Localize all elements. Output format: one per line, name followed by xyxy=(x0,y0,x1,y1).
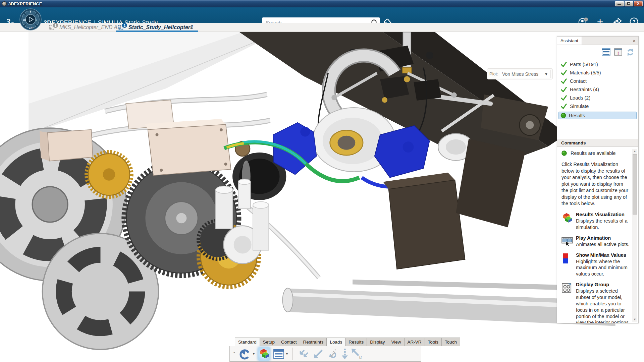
restore-button[interactable] xyxy=(625,1,633,6)
display-group-icon xyxy=(561,282,572,293)
toolbar-tab-results[interactable]: Results xyxy=(345,338,367,346)
active-tab-underline xyxy=(116,31,198,32)
toolbar-tab-contact[interactable]: Contact xyxy=(278,338,300,346)
plot-list-icon[interactable] xyxy=(273,349,284,359)
scrollbar-thumb[interactable] xyxy=(633,154,637,215)
toolbar-tab-restraints[interactable]: Restraints xyxy=(300,338,327,346)
gravity-tool-icon[interactable] xyxy=(341,348,349,360)
toolbar-tab-display[interactable]: Display xyxy=(367,338,388,346)
assistant-panel: Assistant × ! Parts (5/191) M xyxy=(557,36,639,323)
svg-text:!: ! xyxy=(618,51,619,56)
results-status: Results are available xyxy=(561,150,630,156)
check-icon xyxy=(560,61,567,67)
commands-scrollbar[interactable]: ▲ ▼ xyxy=(632,149,637,322)
toolbar-tab-standard[interactable]: Standard xyxy=(235,338,260,346)
3d-model-scene[interactable] xyxy=(0,32,644,362)
tab-mks-helicopter[interactable]: 1 MKS_Helicopter_END A.1 xyxy=(49,23,122,32)
step-parts[interactable]: Parts (5/191) xyxy=(560,60,638,68)
compass-3d-label: 3D xyxy=(23,18,26,21)
step-results-selected[interactable]: Results xyxy=(558,112,637,119)
toolbar-tab-arvr[interactable]: AR-VR xyxy=(405,338,425,346)
scroll-up-icon[interactable]: ▲ xyxy=(632,149,637,153)
close-window-button[interactable]: X xyxy=(634,1,643,6)
toolbar-tab-setup[interactable]: Setup xyxy=(260,338,278,346)
assistant-toolbar: ! xyxy=(557,45,638,57)
scroll-down-icon[interactable]: ▼ xyxy=(632,318,637,321)
tab-label: Static_Study_Helicopter1 xyxy=(128,24,193,31)
document-tab-bar: 1 MKS_Helicopter_END A.1 1 Static_Study_… xyxy=(0,23,644,32)
action-bar-tools: ⌄ ▾ ▾ xyxy=(229,346,421,362)
command-show-minmax[interactable]: Show Min/Max Values Highlights where the… xyxy=(561,252,630,278)
check-icon xyxy=(560,78,567,84)
command-results-visualization[interactable]: Results Visualization Displays the resul… xyxy=(561,212,630,231)
action-bar-tabs: Standard Setup Contact Restraints Loads … xyxy=(235,338,460,346)
toolbar-tab-tools[interactable]: Tools xyxy=(425,338,442,346)
command-play-animation[interactable]: Play Animation Animates all active plots… xyxy=(561,235,630,248)
undo-icon[interactable] xyxy=(239,348,251,360)
assistant-close-icon[interactable]: × xyxy=(630,38,638,44)
step-restraints[interactable]: Restraints (4) xyxy=(560,85,638,94)
minimize-button[interactable] xyxy=(615,1,624,6)
diagnostics-warning-icon[interactable]: ! xyxy=(614,48,623,56)
step-contact[interactable]: Contact xyxy=(560,77,638,85)
compass-vr-label: V.R xyxy=(29,27,32,29)
step-loads[interactable]: Loads (2) xyxy=(560,94,638,102)
applied-load-tool-icon[interactable] xyxy=(326,348,339,360)
plot-selector-bar: Plot: Von Mises Stress ▼ xyxy=(487,68,553,79)
translational-arrows-tool-icon[interactable] xyxy=(297,348,310,360)
step-simulate[interactable]: Simulate xyxy=(560,102,638,110)
plot-dropdown-caret-icon: ▼ xyxy=(544,72,548,76)
commands-description: Click Results Visualization below to dis… xyxy=(561,161,630,207)
results-visualization-tool-active[interactable] xyxy=(258,347,270,361)
play-animation-icon xyxy=(561,236,573,246)
tab-label: MKS_Helicopter_END A.1 xyxy=(59,24,122,31)
check-icon xyxy=(560,95,567,101)
refresh-icon[interactable] xyxy=(626,48,635,57)
command-display-group[interactable]: Display Group Displays a selected subset… xyxy=(561,282,630,323)
assistant-header: Assistant × xyxy=(557,37,638,45)
commands-section-header: Commands xyxy=(557,139,638,147)
plot-dropdown-value: Von Mises Stress xyxy=(502,71,544,77)
toolbar-tab-view[interactable]: View xyxy=(388,338,404,346)
results-visualization-icon xyxy=(259,348,269,359)
plot-label: Plot: xyxy=(489,71,498,76)
show-minmax-icon xyxy=(561,253,570,264)
undo-dropdown-caret-icon[interactable]: ▾ xyxy=(253,352,255,356)
action-bar: Standard Setup Contact Restraints Loads … xyxy=(229,338,460,362)
3d-viewport[interactable]: Plot: Von Mises Stress ▼ xyxy=(0,32,644,362)
plot-list-dropdown-caret-icon[interactable]: ▾ xyxy=(286,352,288,356)
assistant-title: Assistant xyxy=(557,37,582,45)
tab-badge: 1 xyxy=(122,23,127,28)
step-materials[interactable]: Materials (5/5) xyxy=(560,68,638,77)
window-title: 3DEXPERIENCE xyxy=(8,1,42,6)
toolbar-collapse-icon[interactable]: ⌄ xyxy=(232,349,236,354)
model-checks-table-icon[interactable] xyxy=(601,48,611,56)
check-icon xyxy=(560,86,567,93)
plot-dropdown[interactable]: Von Mises Stress ▼ xyxy=(500,70,550,78)
displacement-tool-icon[interactable]: u xyxy=(351,348,365,360)
commands-content: Results are available Click Results Visu… xyxy=(557,147,638,323)
toolbar-tab-touch[interactable]: Touch xyxy=(442,338,460,346)
3dexperience-compass-icon[interactable]: 3D V.R i xyxy=(19,8,42,31)
tab-static-study-helicopter[interactable]: 1 Static_Study_Helicopter1 xyxy=(118,23,193,32)
displacement-u-label: u xyxy=(359,354,362,360)
check-icon xyxy=(560,70,567,76)
app-bar: 3 S 3DEXPERIENCE|SIMULIA Static Study + xyxy=(0,7,644,23)
assistant-steps-list: Parts (5/191) Materials (5/5) Contact Re… xyxy=(557,57,638,110)
force-arrow-tool-icon[interactable] xyxy=(312,348,324,360)
window-app-icon xyxy=(2,1,7,6)
tab-badge: 1 xyxy=(53,23,58,28)
green-status-dot-icon xyxy=(560,113,566,118)
check-icon xyxy=(560,103,567,109)
toolbar-tab-loads[interactable]: Loads xyxy=(327,338,345,346)
window-titlebar: 3DEXPERIENCE X xyxy=(0,0,644,7)
new-tab-button[interactable]: + xyxy=(187,23,195,31)
results-visualization-icon xyxy=(561,212,572,223)
green-status-dot-icon xyxy=(561,150,567,156)
toolbar-separator xyxy=(292,348,293,360)
